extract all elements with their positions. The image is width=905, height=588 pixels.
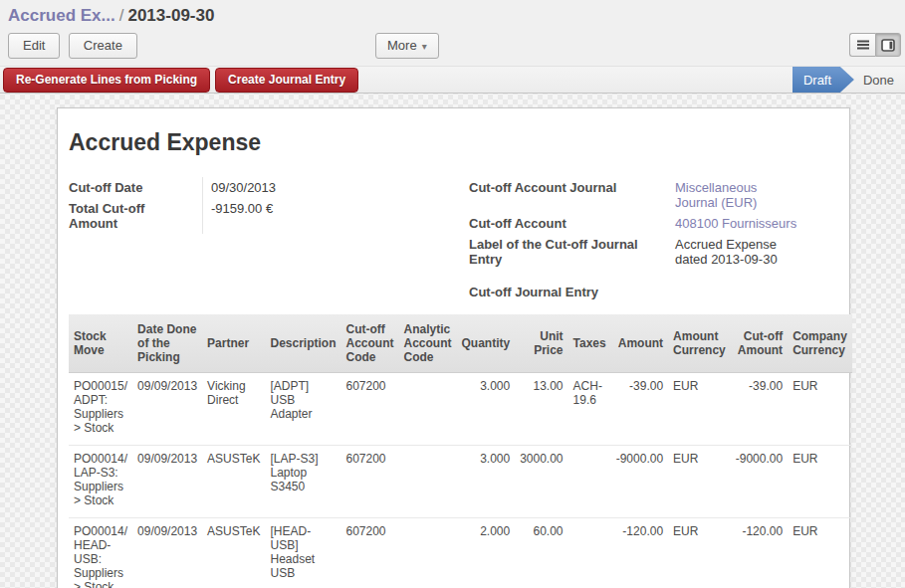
column-header[interactable]: Cut-off Amount xyxy=(731,314,788,373)
column-header[interactable]: Amount Currency xyxy=(668,314,731,373)
column-header[interactable]: Cut-off Account Code xyxy=(340,314,398,373)
cell[interactable]: -39.00 xyxy=(731,373,788,446)
statusbar: DraftDone xyxy=(792,67,905,93)
cell[interactable] xyxy=(398,446,456,518)
cell[interactable]: PO00014/​LAP-S3: Suppliers > Stock xyxy=(69,446,132,518)
cell[interactable]: 09/09/2013 xyxy=(132,518,202,588)
cell[interactable]: EUR xyxy=(788,373,852,446)
cell[interactable]: 09/09/2013 xyxy=(132,446,202,518)
action-status-bar: Re-Generate Lines from Picking Create Jo… xyxy=(0,66,905,94)
column-header[interactable]: Analytic Account Code xyxy=(398,314,456,373)
cell[interactable]: 3.000 xyxy=(456,446,515,518)
form-sheet: Accrued Expense Cut-off Date09/30/2013To… xyxy=(57,107,850,588)
field-area: Cut-off Date09/30/2013Total Cut-off Amou… xyxy=(68,177,849,302)
breadcrumb-separator: / xyxy=(115,6,128,25)
cell[interactable]: EUR xyxy=(668,446,731,518)
field-label: Label of the Cut-off Journal Entry xyxy=(468,234,667,270)
cell[interactable]: -9000.00 xyxy=(611,446,668,518)
cell[interactable]: PO00015/​ADPT: Suppliers > Stock xyxy=(69,373,132,446)
cell[interactable]: ACH-19.6 xyxy=(568,373,611,446)
column-header[interactable]: Taxes xyxy=(568,314,611,373)
cell[interactable]: -120.00 xyxy=(611,518,668,588)
view-switcher xyxy=(849,33,901,57)
breadcrumb-parent-link[interactable]: Accrued Ex... xyxy=(8,6,115,25)
cell[interactable]: EUR xyxy=(668,373,731,446)
field-group-left: Cut-off Date09/30/2013Total Cut-off Amou… xyxy=(68,177,468,302)
cell[interactable]: 3.000 xyxy=(456,373,515,446)
cell[interactable]: [LAP-S3] Laptop S3450 xyxy=(265,446,340,518)
cell[interactable]: ASUSTeK xyxy=(202,446,265,518)
cell[interactable]: Vicking Direct xyxy=(202,373,265,446)
field-label: Cut-off Date xyxy=(68,177,203,198)
cell[interactable] xyxy=(398,373,456,446)
cell[interactable]: [ADPT] USB Adapter xyxy=(265,373,340,446)
cutoff-lines-table: Stock MoveDate Done of the PickingPartne… xyxy=(69,314,852,588)
column-header[interactable]: Unit Price xyxy=(515,314,567,373)
page-title: Accrued Expense xyxy=(69,129,849,156)
cell[interactable]: 09/09/2013 xyxy=(132,373,202,446)
field-group-right: Cut-off Account JournalMiscellaneous Jou… xyxy=(468,177,849,302)
edit-button[interactable]: Edit xyxy=(8,33,60,59)
column-header[interactable]: Description xyxy=(265,314,340,373)
cell[interactable]: PO00014/​HEAD-USB: Suppliers > Stock xyxy=(69,518,132,588)
field-label: Cut-off Account xyxy=(468,213,667,234)
table-row[interactable]: PO00015/​ADPT: Suppliers > Stock09/09/20… xyxy=(69,373,852,446)
cell[interactable] xyxy=(568,446,611,518)
cell[interactable]: EUR xyxy=(788,446,852,518)
more-button-label: More xyxy=(387,38,417,53)
create-journal-entry-button[interactable]: Create Journal Entry xyxy=(215,68,358,93)
column-header[interactable]: Stock Move xyxy=(69,314,132,373)
breadcrumb: Accrued Ex.../2013-09-30 xyxy=(0,0,905,28)
column-header[interactable]: Quantity xyxy=(456,314,515,373)
status-state-draft[interactable]: Draft xyxy=(792,67,854,93)
cell[interactable]: 13.00 xyxy=(515,373,567,446)
cell[interactable]: 607200 xyxy=(340,518,398,588)
table-row[interactable]: PO00014/​HEAD-USB: Suppliers > Stock09/0… xyxy=(69,518,852,588)
more-button[interactable]: More▾ xyxy=(375,33,439,59)
cell[interactable]: -39.00 xyxy=(611,373,668,446)
cell[interactable]: EUR xyxy=(788,518,852,588)
cell[interactable]: 607200 xyxy=(340,373,398,446)
form-view-icon xyxy=(881,39,895,52)
field-value-link[interactable]: 408100 Fournisseurs xyxy=(667,213,806,234)
cell[interactable] xyxy=(568,518,611,588)
column-header[interactable]: Date Done of the Picking xyxy=(132,314,202,373)
cell[interactable]: -120.00 xyxy=(731,518,788,588)
field-value: -9159.00 € xyxy=(203,198,468,234)
regenerate-lines-button[interactable]: Re-Generate Lines from Picking xyxy=(3,68,210,93)
table-header-row: Stock MoveDate Done of the PickingPartne… xyxy=(69,314,852,373)
cell[interactable]: ASUSTeK xyxy=(202,518,265,588)
cell[interactable]: 2.000 xyxy=(456,518,515,588)
field-label: Cut-off Journal Entry xyxy=(468,270,667,302)
field-value: Accrued Expense dated 2013-09-30 xyxy=(667,234,806,270)
status-state-done[interactable]: Done xyxy=(854,67,905,93)
create-button[interactable]: Create xyxy=(69,33,137,59)
cell[interactable]: EUR xyxy=(668,518,731,588)
cell[interactable] xyxy=(398,518,456,588)
field-value-link[interactable]: Miscellaneous Journal (EUR) xyxy=(667,177,806,213)
cell[interactable]: 3000.00 xyxy=(515,446,567,518)
breadcrumb-current: 2013-09-30 xyxy=(127,6,214,25)
cell[interactable]: 60.00 xyxy=(515,518,567,588)
caret-down-icon: ▾ xyxy=(422,41,427,52)
field-value xyxy=(667,270,806,302)
column-header[interactable]: Amount xyxy=(611,314,668,373)
field-value: 09/30/2013 xyxy=(203,177,468,198)
list-view-icon xyxy=(856,39,870,51)
toolbar: Edit Create More▾ xyxy=(0,28,905,66)
column-header[interactable]: Partner xyxy=(202,314,265,373)
cell[interactable]: -9000.00 xyxy=(731,446,788,518)
list-view-button[interactable] xyxy=(849,33,875,57)
column-header[interactable]: Company Currency xyxy=(788,314,852,373)
cell[interactable]: 607200 xyxy=(340,446,398,518)
form-view-button[interactable] xyxy=(875,33,901,57)
table-row[interactable]: PO00014/​LAP-S3: Suppliers > Stock09/09/… xyxy=(69,446,852,518)
cutoff-lines-section: Stock MoveDate Done of the PickingPartne… xyxy=(69,314,849,588)
field-label: Cut-off Account Journal xyxy=(468,177,667,213)
top-bar: Accrued Ex.../2013-09-30 Edit Create Mor… xyxy=(0,0,905,94)
cell[interactable]: [HEAD-USB] Headset USB xyxy=(265,518,340,588)
field-label: Total Cut-off Amount xyxy=(68,198,203,234)
